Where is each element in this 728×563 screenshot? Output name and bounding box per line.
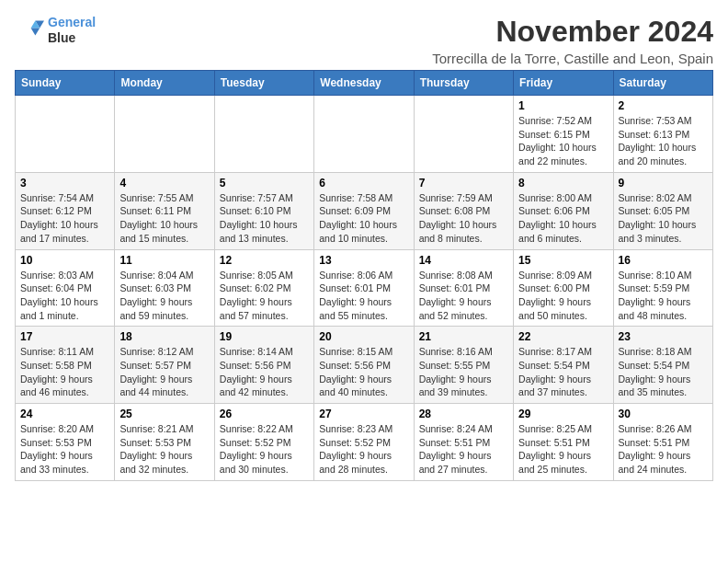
logo-text: General Blue: [48, 15, 96, 46]
day-number: 2: [619, 99, 708, 112]
day-number: 7: [419, 177, 508, 190]
weekday-header-tuesday: Tuesday: [214, 71, 313, 96]
calendar-cell: 17Sunrise: 8:11 AM Sunset: 5:58 PM Dayli…: [16, 327, 115, 404]
calendar-cell: [414, 96, 513, 173]
calendar-week-row: 24Sunrise: 8:20 AM Sunset: 5:53 PM Dayli…: [16, 404, 713, 481]
day-number: 19: [220, 330, 309, 343]
weekday-header-wednesday: Wednesday: [314, 71, 414, 96]
day-number: 23: [619, 330, 708, 343]
calendar-cell: 14Sunrise: 8:08 AM Sunset: 6:01 PM Dayli…: [414, 249, 513, 327]
day-info: Sunrise: 8:21 AM Sunset: 5:53 PM Dayligh…: [119, 422, 209, 477]
day-info: Sunrise: 7:58 AM Sunset: 6:09 PM Dayligh…: [319, 191, 408, 246]
title-area: November 2024 Torrecilla de la Torre, Ca…: [432, 15, 713, 66]
calendar-cell: 6Sunrise: 7:58 AM Sunset: 6:09 PM Daylig…: [314, 172, 414, 249]
day-info: Sunrise: 8:25 AM Sunset: 5:51 PM Dayligh…: [518, 422, 608, 477]
calendar-cell: 26Sunrise: 8:22 AM Sunset: 5:52 PM Dayli…: [214, 404, 313, 481]
calendar-cell: 3Sunrise: 7:54 AM Sunset: 6:12 PM Daylig…: [16, 172, 115, 249]
day-info: Sunrise: 8:04 AM Sunset: 6:03 PM Dayligh…: [119, 269, 209, 323]
day-number: 25: [119, 408, 209, 420]
day-number: 8: [518, 177, 608, 190]
calendar-cell: 19Sunrise: 8:14 AM Sunset: 5:56 PM Dayli…: [214, 327, 313, 404]
day-number: 4: [119, 177, 209, 190]
logo-general: General: [48, 15, 96, 29]
calendar-week-row: 10Sunrise: 8:03 AM Sunset: 6:04 PM Dayli…: [16, 249, 713, 327]
day-info: Sunrise: 8:17 AM Sunset: 5:54 PM Dayligh…: [518, 345, 608, 399]
calendar-week-row: 1Sunrise: 7:52 AM Sunset: 6:15 PM Daylig…: [16, 96, 713, 173]
calendar-cell: 29Sunrise: 8:25 AM Sunset: 5:51 PM Dayli…: [514, 404, 613, 481]
month-title: November 2024: [432, 15, 713, 49]
calendar-cell: 28Sunrise: 8:24 AM Sunset: 5:51 PM Dayli…: [414, 404, 513, 481]
day-number: 29: [518, 408, 608, 420]
day-number: 5: [220, 177, 309, 190]
weekday-header-thursday: Thursday: [414, 71, 513, 96]
calendar-cell: 18Sunrise: 8:12 AM Sunset: 5:57 PM Dayli…: [115, 327, 214, 404]
calendar-cell: 20Sunrise: 8:15 AM Sunset: 5:56 PM Dayli…: [314, 327, 414, 404]
day-info: Sunrise: 8:18 AM Sunset: 5:54 PM Dayligh…: [619, 345, 708, 399]
calendar-week-row: 3Sunrise: 7:54 AM Sunset: 6:12 PM Daylig…: [16, 172, 713, 249]
calendar-cell: 27Sunrise: 8:23 AM Sunset: 5:52 PM Dayli…: [314, 404, 414, 481]
calendar-cell: 13Sunrise: 8:06 AM Sunset: 6:01 PM Dayli…: [314, 249, 414, 327]
day-info: Sunrise: 8:02 AM Sunset: 6:05 PM Dayligh…: [619, 191, 708, 246]
day-info: Sunrise: 8:12 AM Sunset: 5:57 PM Dayligh…: [119, 345, 209, 399]
calendar-cell: 15Sunrise: 8:09 AM Sunset: 6:00 PM Dayli…: [514, 249, 613, 327]
day-info: Sunrise: 8:09 AM Sunset: 6:00 PM Dayligh…: [518, 269, 608, 323]
day-info: Sunrise: 8:26 AM Sunset: 5:51 PM Dayligh…: [619, 422, 708, 477]
day-number: 26: [220, 408, 309, 420]
weekday-header-row: SundayMondayTuesdayWednesdayThursdayFrid…: [16, 71, 713, 96]
day-info: Sunrise: 8:05 AM Sunset: 6:02 PM Dayligh…: [220, 269, 309, 323]
calendar-cell: [16, 96, 115, 173]
logo: General Blue: [15, 15, 96, 46]
day-info: Sunrise: 7:52 AM Sunset: 6:15 PM Dayligh…: [518, 114, 608, 168]
calendar-cell: 16Sunrise: 8:10 AM Sunset: 5:59 PM Dayli…: [613, 249, 712, 327]
calendar-cell: 8Sunrise: 8:00 AM Sunset: 6:06 PM Daylig…: [514, 172, 613, 249]
calendar-cell: [214, 96, 313, 173]
day-info: Sunrise: 8:16 AM Sunset: 5:55 PM Dayligh…: [419, 345, 508, 399]
calendar-cell: 22Sunrise: 8:17 AM Sunset: 5:54 PM Dayli…: [514, 327, 613, 404]
day-info: Sunrise: 8:06 AM Sunset: 6:01 PM Dayligh…: [319, 269, 408, 323]
day-number: 14: [419, 254, 508, 267]
day-number: 18: [119, 330, 209, 343]
day-number: 15: [518, 254, 608, 267]
calendar-table: SundayMondayTuesdayWednesdayThursdayFrid…: [15, 70, 713, 481]
day-number: 24: [20, 408, 109, 420]
day-number: 16: [619, 254, 708, 267]
day-number: 13: [319, 254, 408, 267]
day-info: Sunrise: 8:22 AM Sunset: 5:52 PM Dayligh…: [220, 422, 309, 477]
calendar-cell: 11Sunrise: 8:04 AM Sunset: 6:03 PM Dayli…: [115, 249, 214, 327]
calendar-week-row: 17Sunrise: 8:11 AM Sunset: 5:58 PM Dayli…: [16, 327, 713, 404]
logo-blue: Blue: [48, 30, 96, 46]
day-info: Sunrise: 8:08 AM Sunset: 6:01 PM Dayligh…: [419, 269, 508, 323]
day-number: 10: [20, 254, 109, 267]
day-number: 3: [20, 177, 109, 190]
location-title: Torrecilla de la Torre, Castille and Leo…: [432, 51, 713, 66]
weekday-header-monday: Monday: [115, 71, 214, 96]
day-number: 17: [20, 330, 109, 343]
calendar-cell: 21Sunrise: 8:16 AM Sunset: 5:55 PM Dayli…: [414, 327, 513, 404]
day-number: 1: [518, 99, 608, 112]
day-number: 28: [419, 408, 508, 420]
day-number: 21: [419, 330, 508, 343]
calendar-cell: 12Sunrise: 8:05 AM Sunset: 6:02 PM Dayli…: [214, 249, 313, 327]
day-number: 6: [319, 177, 408, 190]
calendar-cell: 4Sunrise: 7:55 AM Sunset: 6:11 PM Daylig…: [115, 172, 214, 249]
day-info: Sunrise: 8:24 AM Sunset: 5:51 PM Dayligh…: [419, 422, 508, 477]
day-info: Sunrise: 8:10 AM Sunset: 5:59 PM Dayligh…: [619, 269, 708, 323]
calendar-cell: 10Sunrise: 8:03 AM Sunset: 6:04 PM Dayli…: [16, 249, 115, 327]
calendar-cell: [115, 96, 214, 173]
day-info: Sunrise: 8:23 AM Sunset: 5:52 PM Dayligh…: [319, 422, 408, 477]
day-info: Sunrise: 8:15 AM Sunset: 5:56 PM Dayligh…: [319, 345, 408, 399]
calendar-cell: 2Sunrise: 7:53 AM Sunset: 6:13 PM Daylig…: [613, 96, 712, 173]
calendar-cell: 9Sunrise: 8:02 AM Sunset: 6:05 PM Daylig…: [613, 172, 712, 249]
day-number: 12: [220, 254, 309, 267]
page-header: General Blue November 2024 Torrecilla de…: [15, 15, 713, 66]
calendar-cell: 7Sunrise: 7:59 AM Sunset: 6:08 PM Daylig…: [414, 172, 513, 249]
day-number: 27: [319, 408, 408, 420]
day-number: 9: [619, 177, 708, 190]
calendar-cell: 25Sunrise: 8:21 AM Sunset: 5:53 PM Dayli…: [115, 404, 214, 481]
day-number: 22: [518, 330, 608, 343]
weekday-header-friday: Friday: [514, 71, 613, 96]
day-number: 20: [319, 330, 408, 343]
day-info: Sunrise: 7:57 AM Sunset: 6:10 PM Dayligh…: [220, 191, 309, 246]
weekday-header-sunday: Sunday: [16, 71, 115, 96]
day-info: Sunrise: 8:00 AM Sunset: 6:06 PM Dayligh…: [518, 191, 608, 246]
